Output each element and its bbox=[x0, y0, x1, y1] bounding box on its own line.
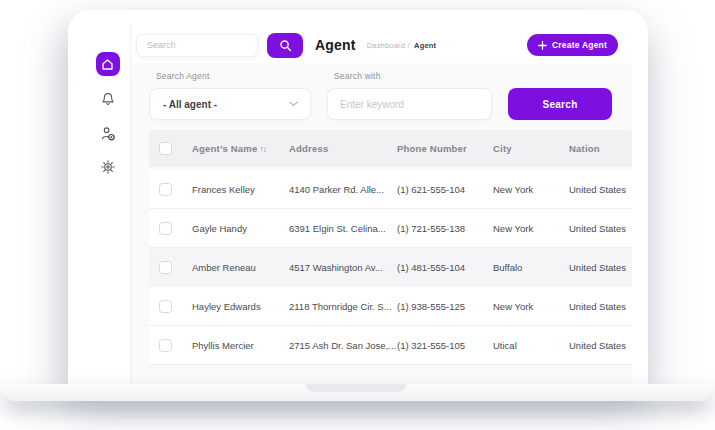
column-header-phone: Phone Number bbox=[397, 143, 493, 154]
table-row: Gayle Handy 6391 Elgin St. Celina... (1)… bbox=[149, 209, 632, 248]
breadcrumb-current: Agent bbox=[414, 41, 436, 50]
cell-phone: (1) 938-555-125 bbox=[397, 301, 493, 312]
global-search-button[interactable] bbox=[267, 33, 303, 58]
main-content: Agent Dashboard / Agent Create Agent bbox=[130, 25, 632, 384]
laptop-base bbox=[2, 384, 713, 401]
table-row: Phyllis Mercier 2715 Ash Dr. San Jose,..… bbox=[149, 326, 632, 365]
agents-table: Agent’s Name↑↓ Address Phone Number City… bbox=[149, 130, 632, 384]
cell-nation: United States bbox=[569, 184, 632, 195]
laptop-screen: Agent Dashboard / Agent Create Agent bbox=[68, 10, 648, 384]
cell-city: New York bbox=[493, 184, 569, 195]
column-header-name-label: Agent’s Name bbox=[192, 143, 257, 154]
app-window: Agent Dashboard / Agent Create Agent bbox=[85, 25, 632, 384]
cell-name: Gayle Handy bbox=[192, 223, 289, 234]
filter-bar: Search Agent - All agent - Search with S… bbox=[131, 63, 632, 130]
sidebar-item-settings[interactable] bbox=[96, 156, 120, 178]
breadcrumb-link-dashboard[interactable]: Dashboard / bbox=[367, 41, 410, 50]
cell-city: Utical bbox=[493, 340, 569, 351]
select-all-checkbox[interactable] bbox=[159, 142, 172, 155]
cell-city: New York bbox=[493, 301, 569, 312]
table-row: Frances Kelley 4140 Parker Rd. Alle... (… bbox=[149, 170, 632, 209]
column-header-nation: Nation bbox=[569, 143, 632, 154]
column-header-city: City bbox=[493, 143, 569, 154]
cell-address: 4140 Parker Rd. Alle... bbox=[289, 184, 397, 195]
cell-address: 2118 Thornridge Cir. S... bbox=[289, 301, 397, 312]
row-checkbox[interactable] bbox=[159, 339, 172, 352]
cell-nation: United States bbox=[569, 223, 632, 234]
table-header-row: Agent’s Name↑↓ Address Phone Number City… bbox=[149, 130, 632, 167]
cell-city: Buffalo bbox=[493, 262, 569, 273]
agent-select[interactable]: - All agent - bbox=[149, 88, 311, 120]
sidebar-item-home[interactable] bbox=[96, 52, 120, 76]
cell-phone: (1) 321-555-105 bbox=[397, 340, 493, 351]
cell-phone: (1) 721-555-138 bbox=[397, 223, 493, 234]
column-header-address: Address bbox=[289, 143, 397, 154]
chevron-down-icon bbox=[289, 101, 298, 107]
column-header-name[interactable]: Agent’s Name↑↓ bbox=[192, 143, 289, 154]
cell-name: Amber Reneau bbox=[192, 262, 289, 273]
row-checkbox[interactable] bbox=[159, 183, 172, 196]
sidebar bbox=[85, 25, 130, 384]
cell-phone: (1) 621-555-104 bbox=[397, 184, 493, 195]
search-icon bbox=[279, 39, 292, 52]
page-title: Agent bbox=[315, 37, 356, 53]
filter-keyword-label: Search with bbox=[334, 71, 492, 81]
cell-nation: United States bbox=[569, 340, 632, 351]
laptop-base-notch bbox=[306, 384, 406, 392]
cell-address: 6391 Elgin St. Celina... bbox=[289, 223, 397, 234]
search-input[interactable] bbox=[136, 34, 258, 57]
cell-nation: United States bbox=[569, 262, 632, 273]
plus-icon bbox=[538, 41, 547, 50]
cell-address: 2715 Ash Dr. San Jose,... bbox=[289, 340, 397, 351]
cell-phone: (1) 481-555-104 bbox=[397, 262, 493, 273]
row-checkbox[interactable] bbox=[159, 222, 172, 235]
cell-name: Frances Kelley bbox=[192, 184, 289, 195]
cell-address: 4517 Washington Av... bbox=[289, 262, 397, 273]
breadcrumb: Dashboard / Agent bbox=[367, 41, 437, 50]
filter-agent-label: Search Agent bbox=[156, 71, 311, 81]
cell-name: Hayley Edwards bbox=[192, 301, 289, 312]
row-checkbox[interactable] bbox=[159, 300, 172, 313]
sort-icon[interactable]: ↑↓ bbox=[259, 144, 266, 154]
agent-person-icon bbox=[101, 126, 115, 141]
keyword-input[interactable] bbox=[327, 88, 492, 120]
create-agent-button[interactable]: Create Agent bbox=[527, 34, 618, 56]
laptop-mockup: Agent Dashboard / Agent Create Agent bbox=[0, 0, 715, 430]
row-checkbox[interactable] bbox=[159, 261, 172, 274]
filter-search-button[interactable]: Search bbox=[508, 88, 612, 120]
table-row: Hayley Edwards 2118 Thornridge Cir. S...… bbox=[149, 287, 632, 326]
create-agent-label: Create Agent bbox=[552, 40, 607, 50]
table-row: Amber Reneau 4517 Washington Av... (1) 4… bbox=[149, 248, 632, 287]
filter-agent: Search Agent - All agent - bbox=[149, 71, 311, 120]
cell-nation: United States bbox=[569, 301, 632, 312]
filter-keyword: Search with bbox=[327, 71, 492, 120]
sidebar-item-agents[interactable] bbox=[96, 122, 120, 144]
bell-icon bbox=[101, 92, 115, 107]
sidebar-item-notifications[interactable] bbox=[96, 88, 120, 110]
top-bar: Agent Dashboard / Agent Create Agent bbox=[131, 25, 632, 63]
home-icon bbox=[101, 58, 114, 71]
cell-city: New York bbox=[493, 223, 569, 234]
cell-name: Phyllis Mercier bbox=[192, 340, 289, 351]
agent-select-value: - All agent - bbox=[163, 99, 217, 110]
gear-icon bbox=[101, 160, 115, 174]
